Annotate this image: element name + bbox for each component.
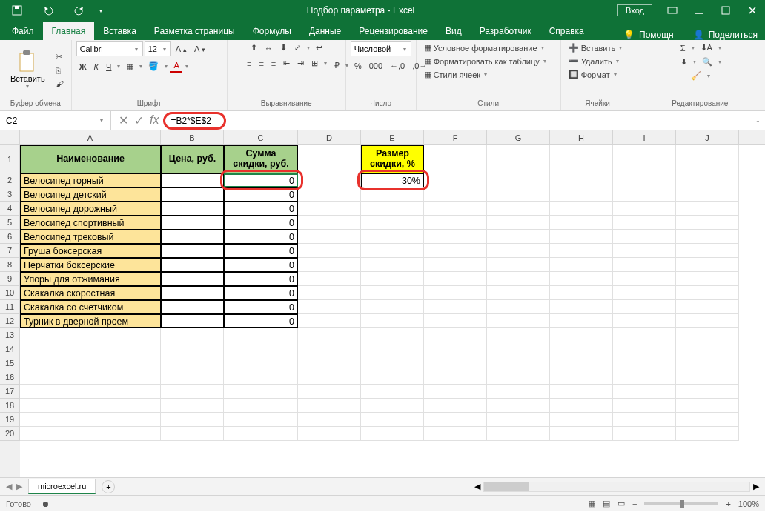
comma-icon[interactable]: 000 <box>366 60 385 72</box>
cell-blank[interactable] <box>161 399 224 413</box>
cell-blank[interactable] <box>676 258 739 272</box>
cell-c12[interactable]: 0 <box>224 314 298 328</box>
cell-blank[interactable] <box>550 328 613 342</box>
clear-icon[interactable]: 🧹 <box>688 70 704 82</box>
copy-icon[interactable]: ⎘ <box>53 64 67 76</box>
share-icon[interactable]: 👤 <box>693 30 704 40</box>
cell-blank[interactable] <box>487 216 550 230</box>
cell-blank[interactable] <box>161 370 224 385</box>
row-header-17[interactable]: 17 <box>0 385 20 399</box>
cell-blank[interactable] <box>487 399 550 413</box>
tab-data[interactable]: Данные <box>300 22 350 40</box>
cell-blank[interactable] <box>487 258 550 272</box>
cell-blank[interactable] <box>550 342 613 356</box>
row-header-1[interactable]: 1 <box>0 145 20 173</box>
cell-blank[interactable] <box>487 202 550 216</box>
cell-blank[interactable] <box>361 427 424 441</box>
cell-blank[interactable] <box>613 187 676 202</box>
align-middle-icon[interactable]: ↔ <box>262 42 276 54</box>
cell-blank[interactable] <box>298 244 361 258</box>
cell-blank[interactable] <box>424 413 487 427</box>
cell-blank[interactable] <box>298 370 361 385</box>
cell-blank[interactable] <box>20 342 161 356</box>
tab-view[interactable]: Вид <box>437 22 471 40</box>
tell-me[interactable]: Помощн <box>639 30 674 40</box>
row-header-5[interactable]: 5 <box>0 216 20 230</box>
percent-icon[interactable]: % <box>351 60 365 72</box>
fx-icon[interactable]: fx <box>150 113 159 127</box>
col-header-b[interactable]: B <box>161 130 224 144</box>
cell-blank[interactable] <box>487 173 550 187</box>
cell-blank[interactable] <box>161 356 224 370</box>
cell-c6[interactable]: 0 <box>224 230 298 244</box>
cell-blank[interactable] <box>424 356 487 370</box>
cell-blank[interactable] <box>613 145 676 173</box>
row-header-19[interactable]: 19 <box>0 413 20 427</box>
indent-increase-icon[interactable]: ⇥ <box>294 57 307 70</box>
cell-blank[interactable] <box>298 173 361 187</box>
cell-blank[interactable] <box>613 244 676 258</box>
cell-blank[interactable] <box>676 342 739 356</box>
cell-blank[interactable] <box>613 328 676 342</box>
merge-cells-icon[interactable]: ⊞ <box>308 57 321 70</box>
cell-blank[interactable] <box>424 230 487 244</box>
col-header-g[interactable]: G <box>487 130 550 144</box>
cell-blank[interactable] <box>424 187 487 202</box>
cell-blank[interactable] <box>676 230 739 244</box>
cell-blank[interactable] <box>676 202 739 216</box>
cell-blank[interactable] <box>424 258 487 272</box>
tab-pagelayout[interactable]: Разметка страницы <box>145 22 244 40</box>
cell-blank[interactable] <box>676 427 739 441</box>
cell-c10[interactable]: 0 <box>224 286 298 300</box>
cell-blank[interactable] <box>361 272 424 286</box>
zoom-slider[interactable] <box>644 502 718 505</box>
cell-blank[interactable] <box>20 427 161 441</box>
cell-blank[interactable] <box>550 216 613 230</box>
format-painter-icon[interactable]: 🖌 <box>53 78 67 90</box>
cell-blank[interactable] <box>361 413 424 427</box>
col-header-h[interactable]: H <box>550 130 613 144</box>
cell-blank[interactable] <box>676 413 739 427</box>
cell-blank[interactable] <box>424 216 487 230</box>
orientation-icon[interactable]: ⤢ <box>291 41 304 54</box>
cell-blank[interactable] <box>424 399 487 413</box>
cell-blank[interactable] <box>161 385 224 399</box>
cell-blank[interactable] <box>361 356 424 370</box>
delete-cells-button[interactable]: ➖ Удалить ▾ <box>566 55 623 67</box>
row-header-16[interactable]: 16 <box>0 370 20 385</box>
cell-blank[interactable] <box>550 244 613 258</box>
row-header-14[interactable]: 14 <box>0 342 20 356</box>
indent-decrease-icon[interactable]: ⇤ <box>280 57 293 70</box>
cell-blank[interactable] <box>550 399 613 413</box>
borders-icon[interactable]: ▦ <box>123 60 136 73</box>
cell-blank[interactable] <box>613 272 676 286</box>
cell-blank[interactable] <box>550 145 613 173</box>
cell-blank[interactable] <box>224 342 298 356</box>
cell-blank[interactable] <box>361 202 424 216</box>
view-pagelayout-icon[interactable]: ▤ <box>603 499 610 508</box>
zoom-in-icon[interactable]: + <box>726 499 730 508</box>
tab-review[interactable]: Рецензирование <box>350 22 437 40</box>
tab-home[interactable]: Главная <box>43 22 95 40</box>
cell-a12[interactable]: Турник в дверной проем <box>20 314 161 328</box>
cell-blank[interactable] <box>550 258 613 272</box>
cell-blank[interactable] <box>361 258 424 272</box>
cell-blank[interactable] <box>613 258 676 272</box>
cell-blank[interactable] <box>224 385 298 399</box>
cell-c11[interactable]: 0 <box>224 300 298 314</box>
cell-blank[interactable] <box>424 427 487 441</box>
cell-blank[interactable] <box>550 202 613 216</box>
cell-blank[interactable] <box>161 427 224 441</box>
cell-blank[interactable] <box>676 385 739 399</box>
insert-cells-button[interactable]: ➕ Вставить ▾ <box>566 41 627 54</box>
fill-icon[interactable]: ⬇ <box>678 56 690 68</box>
find-select-icon[interactable]: 🔍 <box>699 56 715 68</box>
cell-blank[interactable] <box>424 272 487 286</box>
cell-blank[interactable] <box>424 145 487 173</box>
share-button[interactable]: Поделиться <box>709 30 758 40</box>
row-header-3[interactable]: 3 <box>0 187 20 202</box>
tab-formulas[interactable]: Формулы <box>244 22 300 40</box>
view-normal-icon[interactable]: ▦ <box>588 499 595 508</box>
cell-blank[interactable] <box>20 385 161 399</box>
cell-a5[interactable]: Велосипед спортивный <box>20 216 161 230</box>
